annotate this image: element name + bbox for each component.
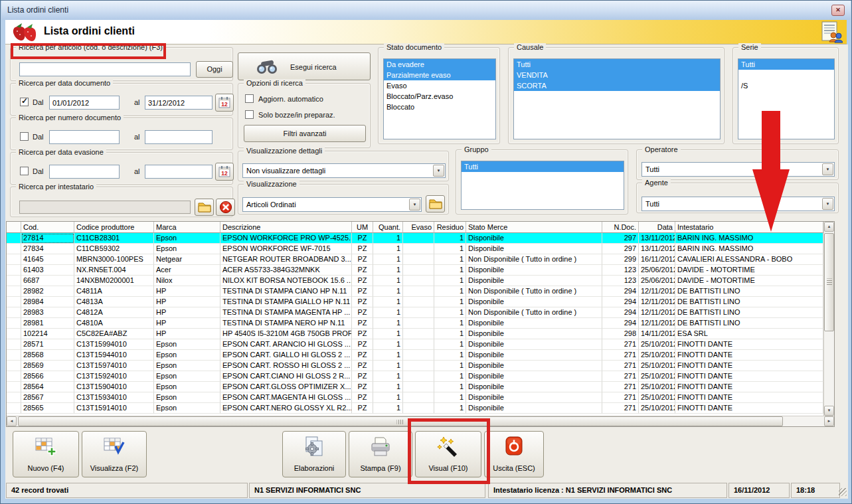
visual-button[interactable]: Visual (F10) [415,431,481,477]
table-row[interactable]: 28982C4811AHPTESTINA DI STAMPA CIANO HP … [7,286,834,297]
column-header[interactable]: Quant. [373,222,403,233]
list-option[interactable]: Tutti [462,161,624,172]
doc-date-to-input[interactable] [145,96,213,110]
list-option[interactable]: Tutti [738,59,834,70]
column-header[interactable]: Stato Merce [466,222,602,233]
today-button[interactable]: Oggi [196,61,233,78]
doc-date-checkbox[interactable]: ✓ [20,98,29,106]
visualizza-button[interactable]: Visualizza (F2) [82,431,147,477]
table-cell: 28571 [21,339,74,350]
scroll-right-button[interactable]: ► [824,416,834,426]
holder-clear-button[interactable] [216,199,235,216]
gruppo-listbox[interactable]: Tutti [461,161,624,210]
list-option[interactable]: Parzialmente evaso [384,70,495,80]
vertical-scroll-thumb[interactable] [824,233,834,331]
view-browse-button[interactable] [426,195,445,212]
list-option[interactable]: Bloccato [384,102,495,112]
column-header[interactable]: Residuo [434,222,466,233]
doc-date-calendar-button[interactable]: 12 [215,94,234,112]
doc-status-listbox[interactable]: Da evadereParzialmente evasoEvasoBloccat… [383,58,496,139]
evasion-date-calendar-button[interactable]: 12 [215,163,234,181]
table-row[interactable]: 41645MBRN3000-100PESNetgearNETGEAR ROUTE… [7,254,834,265]
table-row[interactable]: 28571C13T15994010EpsonEPSON CART. ARANCI… [7,339,834,350]
chevron-down-icon[interactable]: ▼ [822,163,833,175]
table-row[interactable]: 27814C11CB28301EpsonEPSON WORKFORCE PRO … [7,233,834,244]
scroll-right-icon: ► [827,419,831,423]
table-row[interactable]: 28983C4812AHPTESTINA DI STAMPA MAGENTA H… [7,307,834,318]
auto-update-checkbox[interactable]: ✓ [245,94,254,103]
table-row[interactable]: 28569C13T15974010EpsonEPSON CART. ROSSO … [7,361,834,371]
table-row[interactable]: 61403NX.RN5ET.004AcerACER AS5733-384G32M… [7,265,834,276]
column-header[interactable]: Codice produttore [74,222,154,233]
list-option[interactable]: Evaso [384,80,495,91]
table-row[interactable]: 28984C4813AHPTESTINA DI STAMPA GIALLO HP… [7,297,834,307]
agente-select[interactable]: Tutti ▼ [641,197,835,211]
table-row[interactable]: 28566C13T15924010EpsonEPSON CART.CIANO H… [7,371,834,382]
list-option[interactable]: Bloccato/Parz.evaso [384,91,495,102]
list-option[interactable] [738,70,834,80]
resize-grip[interactable] [839,488,847,496]
article-search-input[interactable] [19,62,191,76]
column-header[interactable]: UM [352,222,373,233]
list-option[interactable]: Tutti [514,59,720,70]
auto-update-label: Aggiorn. automatico [258,95,323,104]
run-search-button[interactable]: Esegui ricerca [238,52,371,80]
column-header[interactable]: Data [639,222,675,233]
chevron-down-icon[interactable]: ▼ [822,198,833,210]
stampa-button[interactable]: Stampa (F9) [349,431,412,477]
scroll-left-button[interactable]: ◄ [7,416,17,426]
chevron-down-icon[interactable]: ▼ [433,165,444,177]
advanced-filters-button[interactable]: Filtri avanzati [244,125,366,142]
table-cell: C11CB59302 [74,244,154,254]
nuovo-button[interactable]: Nuovo (F4) [13,431,79,477]
list-option[interactable]: VENDITA [514,70,720,80]
scroll-down-button[interactable]: ▼ [824,406,834,416]
doc-number-from-input[interactable] [49,130,120,144]
doc-date-from-input[interactable] [49,96,120,110]
close-button[interactable]: ✕ [831,5,845,16]
chevron-down-icon[interactable]: ▼ [409,199,420,210]
evasion-date-from-input[interactable] [49,165,120,179]
evasion-date-to-input[interactable] [145,165,213,179]
evasion-date-checkbox[interactable]: ✓ [20,167,29,175]
document-gear-icon [283,436,345,461]
horizontal-scrollbar[interactable]: ◄ ► [7,416,834,426]
list-option[interactable]: SCORTA [514,80,720,91]
table-row[interactable]: 668714NXBM0200001NiloxNILOX KIT BORSA NO… [7,276,834,286]
drafts-only-checkbox[interactable]: ✓ [245,110,254,119]
horizontal-scroll-thumb[interactable] [18,416,783,426]
column-header[interactable]: Cod. [21,222,74,233]
list-option[interactable]: Da evadere [384,59,495,70]
table-row[interactable]: 28568C13T15944010EpsonEPSON CART. GIALLO… [7,350,834,361]
row-selector [7,361,21,371]
table-cell [403,244,434,254]
doc-number-checkbox[interactable]: ✓ [20,132,29,141]
table-header-row: Cod.Codice produttoreMarcaDescrizioneUMQ… [7,222,834,233]
table-row[interactable]: 28564C13T15904010EpsonEPSON CART.GLOSS O… [7,382,834,392]
column-header[interactable]: Descrizione [220,222,352,233]
causale-listbox[interactable]: TuttiVENDITASCORTA [513,58,721,139]
table-cell [403,361,434,371]
column-header[interactable]: Intestatario [675,222,823,233]
table-row[interactable]: 27834C11CB59302EpsonEPSON WORKFORCE WF-7… [7,244,834,254]
details-view-select[interactable]: Non visualizzare dettagli ▼ [242,163,446,178]
doc-number-to-input[interactable] [145,130,213,144]
table-row[interactable]: 102214C5C82EA#ABZHPHP 4540S I5-3210M 4GB… [7,329,834,339]
table-row[interactable]: 28981C4810AHPTESTINA DI STAMPA NERO HP N… [7,318,834,329]
table-row[interactable]: 28565C13T15914010EpsonEPSON CART.NERO GL… [7,403,834,414]
operatore-select[interactable]: Tutti ▼ [641,162,835,177]
serie-listbox[interactable]: Tutti /S [738,58,835,139]
uscita-button[interactable]: Uscita (ESC) [484,431,544,477]
view-mode-select[interactable]: Articoli Ordinati ▼ [242,197,422,212]
column-header[interactable]: Evaso [403,222,434,233]
vertical-scrollbar[interactable]: ▲ ▼ [823,222,834,416]
row-selector-header[interactable] [7,222,21,233]
list-option[interactable]: /S [738,80,834,91]
column-header[interactable]: Marca [154,222,220,233]
elaborazioni-button[interactable]: Elaborazioni [282,431,346,477]
table-row[interactable]: 28567C13T15934010EpsonEPSON CART.MAGENTA… [7,392,834,403]
holder-browse-button[interactable] [195,199,214,216]
column-header[interactable]: N.Doc. [602,222,639,233]
scroll-up-button[interactable]: ▲ [824,222,834,232]
title-bar[interactable]: Lista ordini clienti ✕ [1,1,851,20]
